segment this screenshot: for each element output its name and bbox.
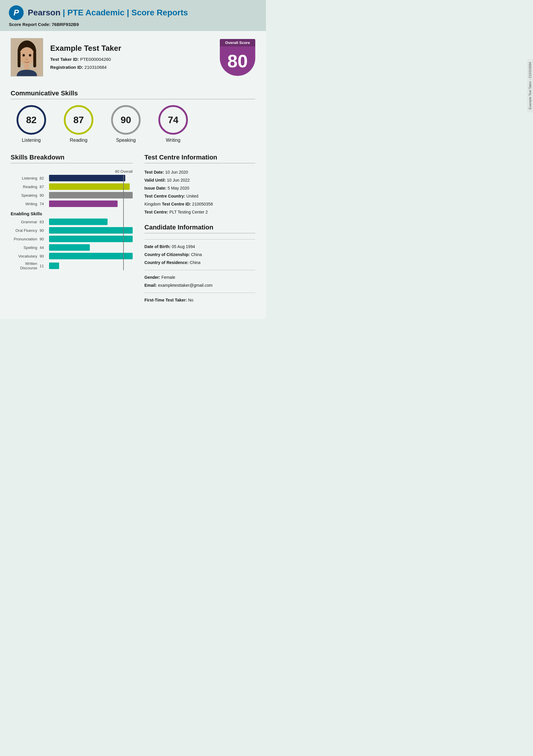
bar-value-reading: 87 <box>40 185 47 189</box>
chart-area: 80 Overall Listening 82 Reading 87 <box>11 169 133 270</box>
bar-container-spelling <box>49 244 133 251</box>
bar-fill-reading <box>49 183 130 190</box>
pearson-brand: Pearson <box>28 8 61 17</box>
bar-row-speaking: Speaking 90 <box>11 192 133 199</box>
dob-row: Date of Birth: 05 Aug 1994 <box>145 244 255 250</box>
skill-writing: 74 Writing <box>158 105 188 143</box>
email-row: Email: exampletesttaker@gmail.com <box>145 282 255 288</box>
residence-label: Country of Residence: <box>145 260 188 265</box>
country-row: Test Centre Country: United <box>145 193 255 199</box>
reading-label: Reading <box>70 138 87 143</box>
bar-row-written-discourse: Written Discourse 11 <box>11 261 133 270</box>
test-date-label: Test Date: <box>145 170 164 175</box>
bar-row-spelling: Spelling 44 <box>11 244 133 251</box>
overall-score-box: Overall Score 80 <box>220 39 255 76</box>
overall-label: 80 Overall <box>11 169 133 174</box>
gender-value: Female <box>161 275 175 280</box>
bar-fill-vocabulary <box>49 253 133 259</box>
issue-date-row: Issue Date: 5 May 2020 <box>145 185 255 191</box>
svg-point-2 <box>19 47 34 65</box>
gender-label: Gender: <box>145 275 160 280</box>
skills-circles: 82 Listening 87 Reading 90 Speaking 74 W… <box>11 105 255 143</box>
residence-value: China <box>190 260 201 265</box>
valid-until-row: Valid Until: 10 Jun 2022 <box>145 177 255 183</box>
gender-row: Gender: Female <box>145 274 255 281</box>
bar-label-writing: Writing <box>11 202 37 206</box>
listening-label: Listening <box>22 138 41 143</box>
bar-value-grammar: 63 <box>40 220 47 224</box>
bar-label-grammar: Grammar <box>11 220 37 224</box>
svg-point-5 <box>22 54 25 57</box>
citizenship-label: Country of Citizenship: <box>145 252 190 257</box>
centre-id-label: Test Centre ID: <box>162 202 191 206</box>
centre-id-value: 210050358 <box>192 202 213 206</box>
centre-id-row: Kingdom Test Centre ID: 210050358 <box>145 201 255 207</box>
candidate-row: Example Test Taker Test Taker ID: PTE000… <box>11 38 255 81</box>
candidate-name: Example Test Taker <box>50 44 213 53</box>
bar-value-written-discourse: 11 <box>40 264 47 268</box>
bar-value-writing: 74 <box>40 202 47 206</box>
first-time-row: First-Time Test Taker: No <box>145 297 255 303</box>
main-content: Example Test Taker Test Taker ID: PTE000… <box>0 31 266 319</box>
bar-label-listening: Listening <box>11 176 37 180</box>
test-centre-section: Test Centre Information Test Date: 10 Ju… <box>145 153 255 215</box>
centre-value: PLT Testing Center 2 <box>169 210 208 214</box>
candidate-info-title: Candidate Information <box>145 224 255 231</box>
svg-rect-7 <box>24 64 29 70</box>
country-value: United <box>186 194 198 199</box>
bar-row-listening: Listening 82 <box>11 175 133 181</box>
centre-row: Test Centre: PLT Testing Center 2 <box>145 209 255 215</box>
bar-container-written-discourse <box>49 262 133 269</box>
header-subtitle: | PTE Academic | Score Reports <box>61 8 188 17</box>
candidate-meta: Test Taker ID: PTE000004260 Registration… <box>50 55 213 71</box>
bar-container-oral-fluency <box>49 227 133 233</box>
bar-container-speaking <box>49 192 133 199</box>
writing-label: Writing <box>166 138 181 143</box>
bar-fill-written-discourse <box>49 262 59 269</box>
communicative-skills-section: Communicative Skills 82 Listening 87 Rea… <box>11 90 255 143</box>
skills-breakdown-divider <box>11 163 133 163</box>
bar-fill-oral-fluency <box>49 227 133 233</box>
overall-score-label: Overall Score <box>220 39 255 46</box>
bar-value-vocabulary: 90 <box>40 254 47 258</box>
first-time-label: First-Time Test Taker: <box>145 298 187 302</box>
bar-value-pronunciation: 90 <box>40 237 47 241</box>
bar-fill-spelling <box>49 244 90 251</box>
bars-container: Listening 82 Reading 87 <box>11 175 133 207</box>
bar-label-pronunciation: Pronunciation <box>11 237 37 241</box>
skills-breakdown-title: Skills Breakdown <box>11 153 133 161</box>
bar-value-listening: 82 <box>40 176 47 180</box>
bar-label-speaking: Speaking <box>11 193 37 198</box>
candidate-info-divider-3 <box>145 270 255 270</box>
issue-date-label: Issue Date: <box>145 186 167 190</box>
bar-container-vocabulary <box>49 253 133 259</box>
svg-rect-3 <box>18 51 21 67</box>
issue-date-value: 5 May 2020 <box>168 186 189 190</box>
bar-label-vocabulary: Vocabulary <box>11 254 37 258</box>
bar-value-oral-fluency: 90 <box>40 228 47 233</box>
candidate-info-divider-2 <box>145 239 255 239</box>
bar-fill-writing <box>49 201 118 207</box>
residence-row: Country of Residence: China <box>145 259 255 266</box>
email-label: Email: <box>145 283 157 288</box>
two-col-layout: Skills Breakdown 80 Overall Listening 82 <box>11 153 255 311</box>
reading-circle: 87 <box>64 105 93 135</box>
candidate-details: Example Test Taker Test Taker ID: PTE000… <box>50 44 213 71</box>
test-taker-id-label: Test Taker ID: <box>50 57 79 62</box>
candidate-info-divider <box>145 233 255 233</box>
bar-container-writing <box>49 201 133 207</box>
bar-container-grammar <box>49 219 133 225</box>
bar-fill-listening <box>49 175 125 181</box>
skills-breakdown-col: Skills Breakdown 80 Overall Listening 82 <box>11 153 133 311</box>
candidate-info-divider-4 <box>145 293 255 293</box>
test-taker-id-value: PTE000004260 <box>80 57 111 62</box>
test-centre-divider <box>145 163 255 163</box>
score-report-code: Score Report Code: 76BRF932B9 <box>9 22 257 27</box>
svg-point-6 <box>29 54 31 57</box>
speaking-label: Speaking <box>116 138 136 143</box>
communicative-skills-divider <box>11 99 255 99</box>
overall-score-value: 80 <box>220 46 255 76</box>
score-report-label: Score Report Code: <box>9 22 50 27</box>
bar-label-oral-fluency: Oral Fluency <box>11 228 37 233</box>
test-date-value: 10 Jun 2020 <box>165 170 188 175</box>
